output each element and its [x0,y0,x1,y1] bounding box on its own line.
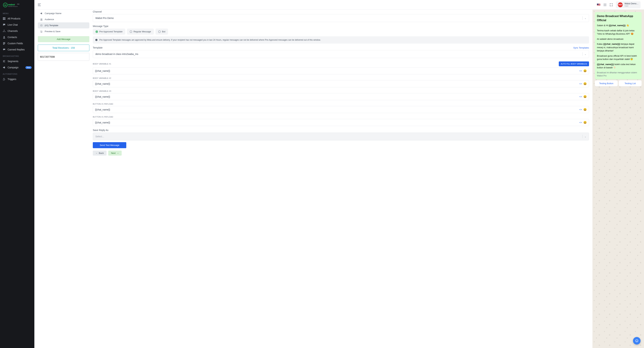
nav-label: Segments [8,60,18,63]
nav-buttons: ←Back Next→ [93,151,589,155]
preview-bubble: Demo Broadcast WhatsApp Official Salam &… [595,12,642,79]
menu-heading-automations: AUTOMATIONS [0,71,34,76]
code-icon[interactable]: <> [580,121,582,124]
radio-regular[interactable]: Regular Message [127,29,154,35]
bv3-input[interactable] [95,95,580,98]
svg-point-10 [4,30,4,31]
bv2-label: BODY VARIABLE #2 [93,77,589,79]
test-phone-input[interactable] [38,53,89,61]
support-chat-icon[interactable] [633,337,640,344]
radio-label: Pre Approved Template [99,30,122,33]
step-preview-save[interactable]: Preview & Save [38,28,89,34]
btn2-label: BUTTON #1 PAYLOAD [93,116,589,118]
step-campaign-name[interactable]: Campaign Name [38,10,89,16]
channel-select[interactable]: Wabot Pro Demo⌄ [93,14,589,22]
emoji-icon[interactable]: 😀 [583,95,587,98]
logo[interactable]: wabotPROWHATSAPP OFFICIAL API [0,0,34,10]
code-icon[interactable]: <> [580,95,582,98]
channel-value: Wabot Pro Demo [95,17,114,20]
nav-all-products[interactable]: All Products [0,16,34,22]
channel-label: Channel [93,10,589,13]
nav-label: Campaign [8,66,18,69]
next-label: Next [111,152,116,154]
menu-toggle-icon[interactable] [38,4,41,6]
template-select[interactable]: demo broadcast in class intro2waba_ms⌄ [93,50,589,58]
step-audience[interactable]: Audience [38,16,89,22]
svg-point-0 [3,3,8,7]
step-template[interactable]: (#1) Template [38,22,89,28]
fullscreen-icon[interactable] [610,3,613,6]
emoji-icon[interactable]: 😀 [583,82,587,85]
preview-column: Demo Broadcast WhatsApp Official Salam &… [592,10,644,348]
radio-bot[interactable]: Bot [156,29,168,35]
user-menu[interactable]: WDU Wabot Demo… User [616,1,640,8]
code-icon[interactable]: <> [580,108,582,111]
preview-line: Kalau {{{chat_name}}} berjaya dapat mese… [597,42,640,53]
nav-triggers[interactable]: Triggers [0,76,34,82]
nav-label: Live Chat [8,23,18,26]
autofill-button[interactable]: AUTO FILL BODY VARIABLES [559,61,589,66]
svg-rect-8 [3,19,4,20]
code-icon[interactable]: <> [580,70,582,72]
avatar: WDU [618,3,623,7]
preview-testing-list[interactable]: Testing List [619,80,642,86]
sidebar: wabotPROWHATSAPP OFFICIAL API MENU All P… [0,0,34,348]
svg-point-26 [40,19,41,19]
code-icon[interactable]: <> [580,82,582,85]
save-reply-label: Save Reply As [93,129,589,131]
nav-live-chat[interactable]: Live Chat [0,22,34,28]
btn2-input-wrap: <>😀 [93,119,589,126]
user-text: Wabot Demo… User [624,3,638,7]
save-reply-select[interactable]: Select...⌄ [93,132,589,140]
nav-custom-fields[interactable]: Custom Fields [0,40,34,47]
bv1-label: BODY VARIABLE #1 [93,63,111,65]
language-flag-icon[interactable] [597,4,600,6]
btn2-input[interactable] [95,121,580,124]
svg-point-21 [605,5,605,5]
nav-campaign[interactable]: CampaignNew [0,64,34,71]
apps-grid-icon[interactable] [604,3,606,6]
svg-point-25 [606,5,606,6]
nav-channels[interactable]: Channels [0,28,34,34]
emoji-icon[interactable]: 😀 [583,69,587,72]
nav-label: Triggers [8,78,16,81]
sync-templates-link[interactable]: Sync Templates [573,47,589,49]
send-test-button[interactable]: Send Test Message [93,142,126,148]
emoji-icon[interactable]: 😀 [583,121,587,124]
nav-canned-replies[interactable]: Canned Replies [0,47,34,53]
radio-pre-approved[interactable]: Pre Approved Template [93,29,125,35]
step-label: Preview & Save [45,30,60,33]
svg-point-18 [605,4,605,4]
nav-label: All Products [8,17,20,20]
svg-point-27 [42,19,42,19]
next-button[interactable]: Next→ [108,151,122,155]
btn1-input[interactable] [95,108,580,111]
svg-point-13 [4,36,5,37]
content: Campaign Name Audience (#1) Template Pre… [34,10,644,348]
step-label: Audience [45,18,54,21]
svg-rect-16 [3,44,4,45]
nav-contacts[interactable]: Contacts [0,34,34,40]
bv1-input[interactable] [95,70,580,72]
back-button[interactable]: ←Back [93,151,106,155]
add-message-button[interactable]: Add Message [38,36,89,42]
user-name: Wabot Demo… [624,3,638,5]
main: WDU Wabot Demo… User Campaign Name Audie… [34,0,644,348]
radio-icon [130,31,132,33]
svg-text:i: i [96,39,96,41]
radio-label: Regular Message [134,30,151,33]
svg-point-23 [604,5,604,6]
svg-point-20 [604,5,604,5]
nav-label: Contacts [8,36,17,39]
emoji-icon[interactable]: 😀 [583,108,587,111]
preview-line: {{{chat_name}}} boleh cuba test tekan bu… [597,63,640,69]
chevron-down-icon: ⌄ [584,53,586,55]
fields-column: Channel Wabot Pro Demo⌄ Message Type Pre… [93,10,589,344]
preview-testing-button[interactable]: Testing Button [595,80,618,86]
preview-buttons: Testing Button Testing List [595,80,642,86]
svg-point-2 [6,4,6,5]
bv2-input[interactable] [95,82,580,85]
preview-title: Demo Broadcast WhatsApp Official [597,14,640,22]
nav-segments[interactable]: Segments [0,58,34,64]
template-label: Template [93,46,102,49]
